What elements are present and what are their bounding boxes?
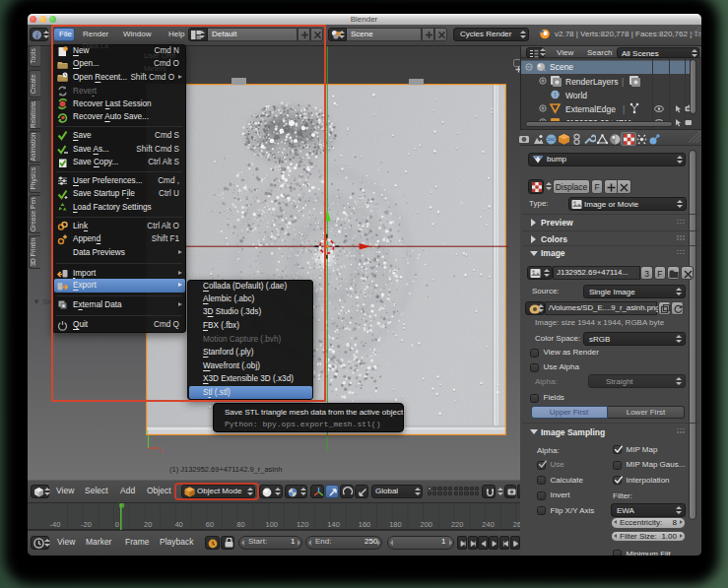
svg-text:ExternalEdge: ExternalEdge [565, 104, 616, 114]
svg-text:Scene: Scene [550, 62, 573, 72]
svg-text:|: | [622, 77, 624, 87]
svg-text:i: i [35, 31, 37, 39]
svg-text:RenderLayers: RenderLayers [565, 77, 618, 87]
svg-text:|: | [623, 104, 625, 114]
svg-text:World: World [565, 91, 587, 100]
svg-text:y: y [145, 428, 148, 434]
svg-text:x: x [160, 447, 163, 453]
